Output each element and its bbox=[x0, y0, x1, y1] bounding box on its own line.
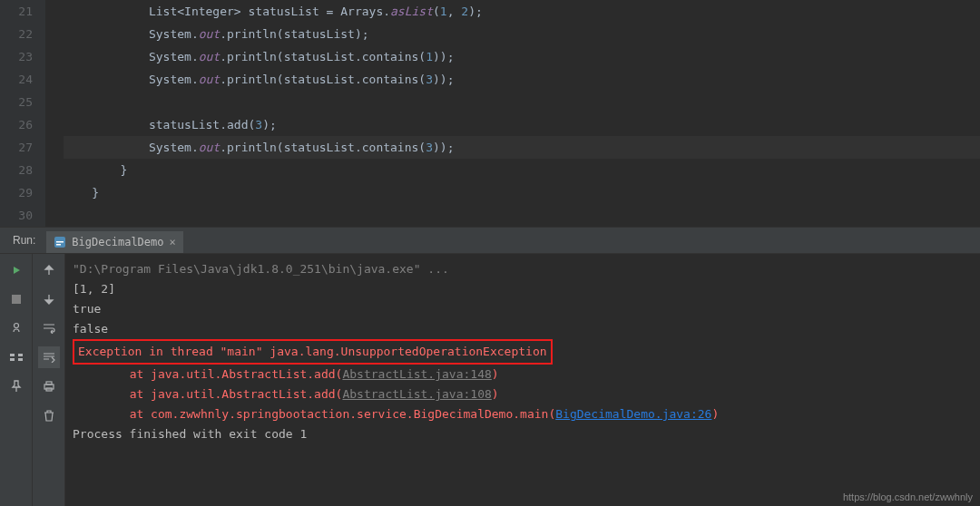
code-line: System.out.println(statusList); bbox=[64, 23, 980, 45]
line-number: 25 bbox=[0, 91, 33, 113]
line-number: 27 bbox=[0, 136, 33, 159]
console-line: true bbox=[73, 299, 980, 319]
line-number: 26 bbox=[0, 113, 33, 136]
code-line: List<Integer> statusList = Arrays.asList… bbox=[64, 0, 980, 23]
console-line: at com.zwwhnly.springbootaction.service.… bbox=[73, 404, 980, 424]
run-panel: "D:\Program Files\Java\jdk1.8.0_251\bin\… bbox=[0, 254, 980, 506]
print-button[interactable] bbox=[38, 375, 60, 397]
pin-button[interactable] bbox=[5, 375, 27, 397]
code-line bbox=[64, 204, 980, 227]
scroll-to-end-button[interactable] bbox=[38, 346, 60, 368]
line-number: 21 bbox=[0, 0, 33, 23]
run-panel-header: Run: BigDecimalDemo × bbox=[0, 227, 980, 254]
code-line bbox=[64, 91, 980, 113]
line-number: 30 bbox=[0, 204, 33, 227]
svg-rect-7 bbox=[18, 354, 23, 356]
line-number-gutter: 21 22 23 24 25 26 27 28 29 30 bbox=[0, 0, 45, 227]
code-content[interactable]: List<Integer> statusList = Arrays.asList… bbox=[45, 0, 980, 227]
close-icon[interactable]: × bbox=[170, 236, 176, 248]
code-line: System.out.println(statusList.contains(3… bbox=[64, 68, 980, 91]
svg-rect-6 bbox=[10, 358, 15, 361]
watermark: https://blog.csdn.net/zwwhnly bbox=[843, 491, 973, 502]
application-icon bbox=[54, 236, 66, 248]
line-number: 29 bbox=[0, 181, 33, 204]
code-line: statusList.add(3); bbox=[64, 113, 980, 136]
source-link[interactable]: BigDecimalDemo.java:26 bbox=[555, 407, 711, 421]
console-line: Process finished with exit code 1 bbox=[73, 424, 980, 444]
clear-all-button[interactable] bbox=[38, 404, 60, 426]
dump-threads-button[interactable] bbox=[5, 317, 27, 339]
console-line: at java.util.AbstractList.add(AbstractLi… bbox=[73, 384, 980, 404]
console-line: at java.util.AbstractList.add(AbstractLi… bbox=[73, 365, 980, 384]
code-line: System.out.println(statusList.contains(1… bbox=[64, 45, 980, 68]
code-line: } bbox=[64, 159, 980, 181]
rerun-button[interactable] bbox=[5, 259, 27, 281]
svg-rect-1 bbox=[56, 241, 64, 243]
line-number: 22 bbox=[0, 23, 33, 45]
line-number: 28 bbox=[0, 159, 33, 181]
run-tab-label: BigDecimalDemo bbox=[72, 236, 163, 248]
run-label: Run: bbox=[0, 234, 46, 247]
layout-button[interactable] bbox=[5, 346, 27, 368]
code-editor[interactable]: 21 22 23 24 25 26 27 28 29 30 List<Integ… bbox=[0, 0, 980, 227]
console-exception-highlight: Exception in thread "main" java.lang.Uns… bbox=[73, 339, 980, 365]
run-config-tab[interactable]: BigDecimalDemo × bbox=[46, 231, 182, 253]
svg-point-4 bbox=[14, 324, 18, 328]
console-line: "D:\Program Files\Java\jdk1.8.0_251\bin\… bbox=[73, 259, 980, 279]
svg-rect-5 bbox=[10, 354, 15, 356]
source-link[interactable]: AbstractList.java:148 bbox=[342, 367, 491, 381]
svg-rect-8 bbox=[18, 358, 23, 361]
line-number: 23 bbox=[0, 45, 33, 68]
svg-rect-2 bbox=[56, 244, 61, 246]
console-line: [1, 2] bbox=[73, 279, 980, 299]
soft-wrap-button[interactable] bbox=[38, 317, 60, 339]
console-output[interactable]: "D:\Program Files\Java\jdk1.8.0_251\bin\… bbox=[65, 254, 980, 506]
source-link[interactable]: AbstractList.java:108 bbox=[342, 387, 491, 401]
run-toolbar-right bbox=[33, 254, 65, 506]
run-toolbar-left bbox=[0, 254, 33, 506]
stop-button[interactable] bbox=[5, 288, 27, 310]
down-stack-button[interactable] bbox=[38, 288, 60, 310]
code-line-current: System.out.println(statusList.contains(3… bbox=[64, 136, 980, 159]
console-line: false bbox=[73, 319, 980, 339]
up-stack-button[interactable] bbox=[38, 259, 60, 281]
code-line: } bbox=[64, 181, 980, 204]
svg-rect-10 bbox=[46, 382, 52, 384]
line-number: 24 bbox=[0, 68, 33, 91]
svg-rect-3 bbox=[12, 295, 21, 304]
